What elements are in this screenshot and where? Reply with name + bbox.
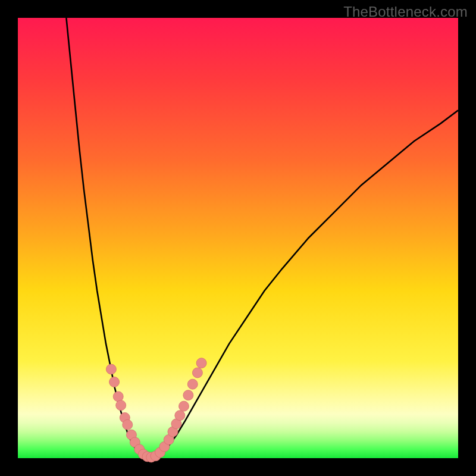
data-marker	[109, 377, 120, 387]
data-marker	[183, 390, 193, 400]
data-marker	[192, 368, 202, 378]
data-marker	[116, 400, 126, 411]
data-marker	[187, 379, 198, 389]
data-marker	[123, 419, 133, 430]
data-marker	[106, 364, 116, 374]
plot-area	[18, 18, 458, 458]
data-marker	[113, 392, 123, 402]
curve-line	[66, 18, 458, 458]
bottleneck-curve	[18, 18, 458, 458]
data-marker	[175, 411, 185, 421]
chart-frame: TheBottleneck.com	[0, 0, 476, 476]
data-marker	[196, 358, 206, 368]
data-marker	[178, 401, 189, 411]
